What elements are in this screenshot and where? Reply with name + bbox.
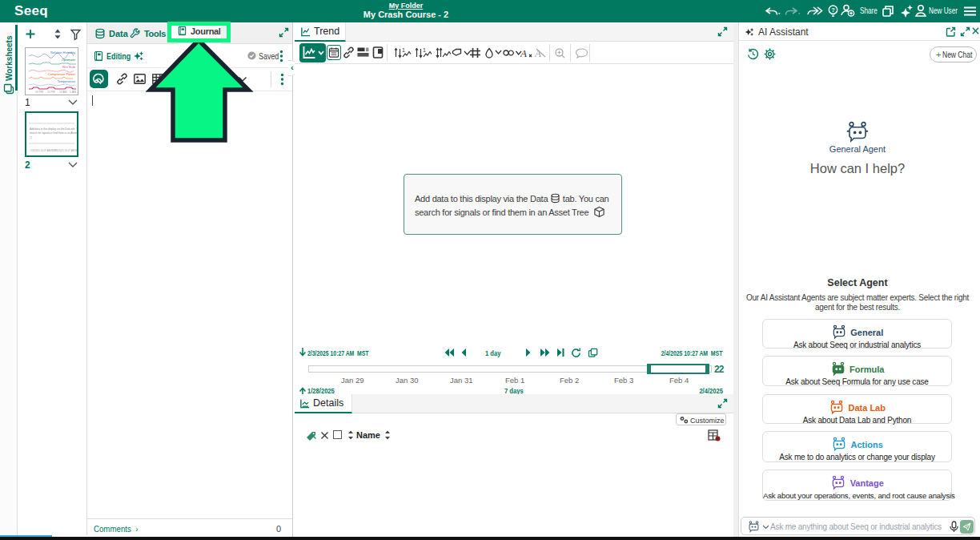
svg-text:Compressor Power: Compressor Power [48, 72, 76, 76]
svg-text:2/4/2025 10:27 AM MST: 2/4/2025 10:27 AM MST [54, 149, 77, 152]
svg-text:Temperature: Temperature [58, 79, 76, 83]
svg-text:10 PM: 10 PM [35, 91, 43, 94]
svg-text:Relative Humidity: Relative Humidity [50, 50, 75, 54]
svg-text:1: 1 [402, 47, 405, 53]
svg-text:2/3/2025 10:27 AM MST: 2/3/2025 10:27 AM MST [30, 149, 57, 152]
svg-text:11 PM: 11 PM [47, 91, 55, 94]
svg-text:Add data to this display via t: Add data to this display via the Data ta… [30, 127, 77, 131]
svg-text:Optimizer: Optimizer [62, 58, 76, 62]
svg-text:1: 1 [423, 47, 426, 53]
svg-text:Wet Bulb: Wet Bulb [62, 65, 76, 69]
svg-text:?: ? [831, 6, 835, 14]
svg-text:Share: Share [860, 7, 878, 16]
svg-text:search for signals or find the: search for signals or find them in an As… [30, 131, 77, 135]
svg-text:1 AM: 1 AM [70, 91, 76, 94]
svg-text:▢: ▢ [30, 135, 32, 139]
svg-text:12 AM: 12 AM [59, 91, 67, 94]
svg-text:A: A [520, 47, 527, 58]
